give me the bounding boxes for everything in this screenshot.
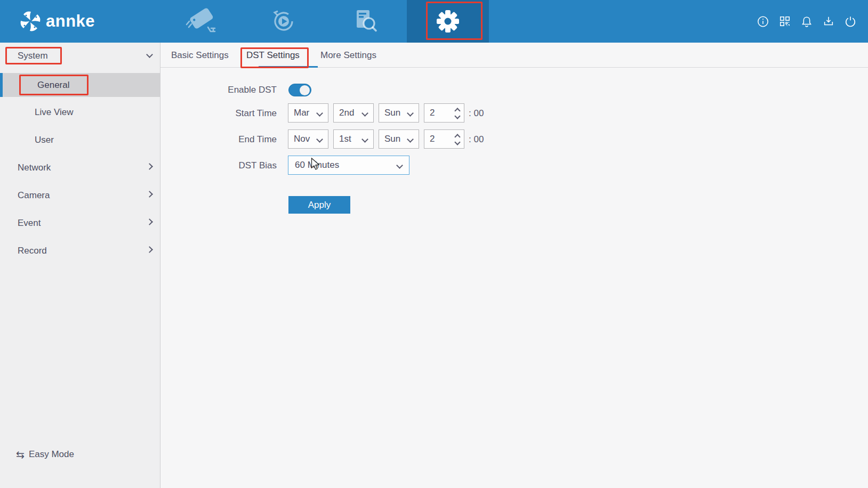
qr-code-icon[interactable] [779, 15, 791, 27]
sidebar-item-event[interactable]: Event [0, 213, 160, 234]
sidebar-item-label: Camera [18, 190, 50, 201]
active-tab-underline [259, 66, 318, 68]
tab-more-settings[interactable]: More Settings [320, 43, 376, 68]
sidebar-item-general[interactable]: General [0, 73, 160, 97]
nav-playback[interactable] [243, 0, 325, 43]
chevron-down-icon [146, 51, 153, 58]
dst-bias-label: DST Bias [160, 160, 277, 171]
notification-bell-icon[interactable] [801, 15, 813, 27]
end-hour-value: 2 [430, 134, 435, 144]
logo-text: annke [46, 12, 95, 31]
easy-mode-toggle[interactable]: ⇆ Easy Mode [0, 445, 160, 464]
annke-logo: annke [18, 0, 95, 43]
sidebar-item-label: Live View [35, 107, 73, 118]
chevron-down-icon [316, 110, 323, 117]
toggle-knob [300, 85, 310, 95]
annke-pinwheel-icon [18, 9, 43, 34]
start-month-select[interactable]: Mar [288, 103, 328, 123]
chevron-right-icon [146, 246, 153, 253]
start-hour-value: 2 [430, 108, 435, 118]
chevron-down-icon [316, 136, 323, 143]
nav-settings[interactable] [407, 0, 489, 43]
start-time-label: Start Time [160, 108, 277, 119]
end-day-select[interactable]: Sun [379, 129, 419, 149]
dst-bias-value: 60 Minutes [295, 160, 339, 170]
sidebar: System General Live View User Network Ca… [0, 43, 160, 488]
tab-basic-settings[interactable]: Basic Settings [171, 43, 229, 68]
start-day-value: Sun [384, 108, 400, 118]
end-week-select[interactable]: 1st [333, 129, 374, 149]
chevron-down-icon [396, 162, 403, 169]
topbar-right-icons [757, 0, 856, 43]
start-week-select[interactable]: 2nd [333, 103, 374, 123]
chevron-down-icon [361, 110, 368, 117]
enable-dst-toggle[interactable] [288, 84, 311, 96]
end-month-value: Nov [294, 134, 310, 144]
nav-log-search[interactable] [325, 0, 407, 43]
power-icon[interactable] [845, 15, 856, 27]
spinner-arrows-icon[interactable] [455, 107, 460, 118]
start-month-value: Mar [294, 108, 309, 118]
enable-dst-label: Enable DST [160, 85, 277, 95]
sidebar-item-label: General [37, 80, 69, 91]
end-month-select[interactable]: Nov [288, 129, 328, 149]
sidebar-item-user[interactable]: User [0, 129, 160, 151]
playback-icon [271, 9, 296, 34]
end-hour-spinner[interactable]: 2 [424, 129, 464, 149]
chevron-right-icon [146, 163, 153, 170]
download-icon[interactable] [823, 15, 834, 27]
main-content: Basic Settings DST Settings More Setting… [160, 43, 868, 488]
easy-mode-label: Easy Mode [29, 449, 74, 460]
chevron-right-icon [146, 191, 153, 198]
end-minute-text: : 00 [469, 134, 484, 145]
spinner-arrows-icon[interactable] [455, 133, 460, 144]
sidebar-item-label: Event [18, 218, 41, 229]
end-day-value: Sun [384, 134, 400, 144]
chevron-right-icon [146, 218, 153, 225]
info-icon[interactable] [757, 15, 769, 27]
end-week-value: 1st [339, 134, 351, 144]
end-time-label: End Time [160, 134, 277, 145]
sidebar-item-live-view[interactable]: Live View [0, 102, 160, 123]
start-minute-text: : 00 [469, 108, 484, 119]
settings-gear-icon [436, 10, 460, 33]
nav-live-view[interactable] [160, 0, 242, 43]
sidebar-item-network[interactable]: Network [0, 157, 160, 178]
log-search-icon [352, 8, 379, 35]
chevron-down-icon [361, 136, 368, 143]
swap-arrows-icon: ⇆ [16, 449, 25, 461]
tab-bar: Basic Settings DST Settings More Setting… [160, 43, 868, 68]
apply-button[interactable]: Apply [288, 196, 350, 214]
sidebar-item-label: Network [18, 162, 51, 173]
chevron-down-icon [407, 110, 414, 117]
sidebar-item-record[interactable]: Record [0, 240, 160, 262]
start-day-select[interactable]: Sun [379, 103, 419, 123]
sidebar-item-label: Record [18, 246, 47, 256]
start-week-value: 2nd [339, 108, 354, 118]
sidebar-item-camera[interactable]: Camera [0, 185, 160, 206]
tab-dst-settings[interactable]: DST Settings [246, 43, 300, 68]
topbar: annke [0, 0, 868, 43]
sidebar-item-system[interactable]: System [0, 46, 160, 66]
sidebar-item-label: System [18, 51, 48, 61]
live-view-camera-icon [184, 7, 218, 36]
sidebar-item-label: User [35, 135, 54, 145]
start-hour-spinner[interactable]: 2 [424, 103, 464, 123]
chevron-down-icon [407, 136, 414, 143]
dst-bias-select[interactable]: 60 Minutes [288, 156, 409, 175]
